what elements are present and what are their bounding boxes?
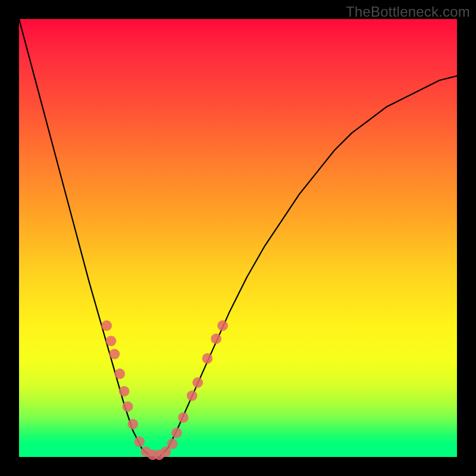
curve-marker [109,349,120,359]
curve-marker [106,336,117,346]
curve-marker [134,436,145,447]
curve-marker [202,353,213,364]
curve-markers [101,320,228,460]
curve-marker [178,412,189,423]
curve-marker [192,377,203,388]
curve-marker [171,428,182,439]
curve-marker [119,386,130,397]
curve-marker [187,390,198,401]
curve-marker [114,368,125,379]
curve-marker [101,320,112,331]
bottleneck-curve [19,19,457,457]
curve-marker [211,333,221,344]
plot-area [19,19,457,457]
curve-marker [128,419,139,430]
curve-marker [217,320,228,331]
curve-marker [167,439,178,449]
watermark-text: TheBottleneck.com [346,4,470,20]
curve-marker [123,402,133,412]
chart-svg [19,19,457,457]
chart-frame: TheBottleneck.com [0,0,476,476]
